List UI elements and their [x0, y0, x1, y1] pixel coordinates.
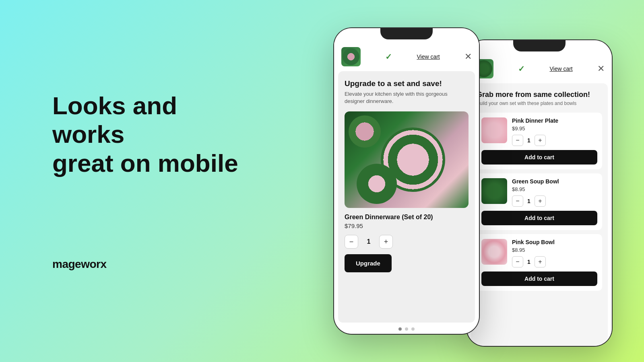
product-3-qty-minus[interactable]: −: [512, 256, 523, 267]
product-2-qty: − 1 +: [512, 195, 597, 207]
phone1-header: ✓ View cart ✕: [334, 42, 479, 71]
phone1-body: Upgrade to a set and save! Elevate your …: [338, 71, 475, 323]
product-3-price: $8.95: [512, 247, 597, 253]
phone2-body: Grab more from same collection! Build yo…: [471, 83, 608, 346]
dot-2: [405, 327, 408, 331]
phones-container: ✓ View cart ✕ Upgrade to a set and save!…: [322, 0, 644, 362]
product-2-thumb: [481, 178, 507, 204]
product-1-add-to-cart[interactable]: Add to cart: [481, 150, 597, 165]
phone1-thumb: [341, 47, 361, 66]
product-2-qty-plus[interactable]: +: [535, 195, 546, 207]
upgrade-title: Upgrade to a set and save!: [345, 79, 469, 88]
product-card-1: Pink Dinner Plate $9.95 − 1 + Add to car…: [477, 113, 602, 169]
dot-1: [398, 327, 402, 331]
product-card-1-top: Pink Dinner Plate $9.95 − 1 +: [481, 117, 597, 146]
phone-1: ✓ View cart ✕ Upgrade to a set and save!…: [334, 28, 479, 334]
phone1-notch: [380, 28, 433, 39]
product-2-name: Green Soup Bowl: [512, 178, 597, 185]
product-3-thumb: [481, 239, 507, 265]
upgrade-button[interactable]: Upgrade: [345, 254, 392, 272]
phone2-check-icon: ✓: [518, 64, 525, 74]
product-card-3: Pink Soup Bowl $8.95 − 1 + Add to cart: [477, 234, 602, 291]
product-name: Green Dinnerware (Set of 20): [345, 214, 469, 221]
product-1-price: $9.95: [512, 125, 597, 132]
pagination-dots: [334, 323, 479, 334]
product-3-name: Pink Soup Bowl: [512, 239, 597, 245]
product-image: [345, 111, 469, 208]
product-card-2-top: Green Soup Bowl $8.95 − 1 +: [481, 178, 597, 207]
thumb-plate-icon: [343, 48, 359, 65]
phone1-check-icon: ✓: [385, 52, 392, 62]
product-card-3-top: Pink Soup Bowl $8.95 − 1 +: [481, 239, 597, 267]
plate-circle-2: [349, 115, 381, 148]
product-3-qty: − 1 +: [512, 256, 597, 267]
hero-title: Looks and works great on mobile: [52, 91, 246, 177]
phone1-view-cart[interactable]: View cart: [417, 53, 440, 60]
product-2-qty-value: 1: [527, 198, 530, 204]
qty-decrease-btn[interactable]: −: [345, 235, 358, 249]
quantity-row: − 1 +: [345, 235, 469, 249]
left-section: Looks and works great on mobile mageworx: [52, 91, 246, 271]
grab-subtitle: Build your own set with these plates and…: [477, 101, 602, 106]
brand-logo: mageworx: [52, 258, 246, 271]
dot-3: [411, 327, 415, 331]
product-1-info: Pink Dinner Plate $9.95 − 1 +: [512, 117, 597, 146]
phone2-content: ✓ View cart ✕ Grab more from same collec…: [467, 40, 612, 346]
grab-title: Grab more from same collection!: [477, 90, 602, 99]
product-2-price: $8.95: [512, 186, 597, 192]
product-3-qty-plus[interactable]: +: [535, 256, 546, 267]
phone1-close-icon[interactable]: ✕: [464, 51, 472, 62]
phone2-notch: [513, 40, 566, 51]
phone-2: ✓ View cart ✕ Grab more from same collec…: [467, 40, 612, 346]
plate-circle-3: [357, 164, 397, 204]
phone2-close-icon[interactable]: ✕: [597, 64, 605, 74]
product-1-name: Pink Dinner Plate: [512, 117, 597, 124]
product-2-info: Green Soup Bowl $8.95 − 1 +: [512, 178, 597, 207]
phone2-view-cart[interactable]: View cart: [549, 66, 572, 72]
qty-increase-btn[interactable]: +: [379, 235, 393, 249]
product-card-2: Green Soup Bowl $8.95 − 1 + Add to cart: [477, 173, 602, 230]
product-2-add-to-cart[interactable]: Add to cart: [481, 211, 597, 225]
product-3-add-to-cart[interactable]: Add to cart: [481, 272, 597, 286]
product-1-thumb: [481, 117, 507, 143]
product-1-qty-minus[interactable]: −: [512, 135, 523, 146]
product-1-qty: − 1 +: [512, 135, 597, 146]
phone2-header: ✓ View cart ✕: [467, 54, 612, 83]
product-3-info: Pink Soup Bowl $8.95 − 1 +: [512, 239, 597, 267]
qty-value: 1: [365, 238, 373, 245]
product-3-qty-value: 1: [527, 259, 530, 265]
upgrade-subtitle: Elevate your kitchen style with this gor…: [345, 90, 469, 105]
product-price: $79.95: [345, 222, 469, 229]
product-1-qty-value: 1: [527, 137, 530, 144]
phone1-content: ✓ View cart ✕ Upgrade to a set and save!…: [334, 28, 479, 334]
product-2-qty-minus[interactable]: −: [512, 195, 523, 207]
product-1-qty-plus[interactable]: +: [535, 135, 546, 146]
